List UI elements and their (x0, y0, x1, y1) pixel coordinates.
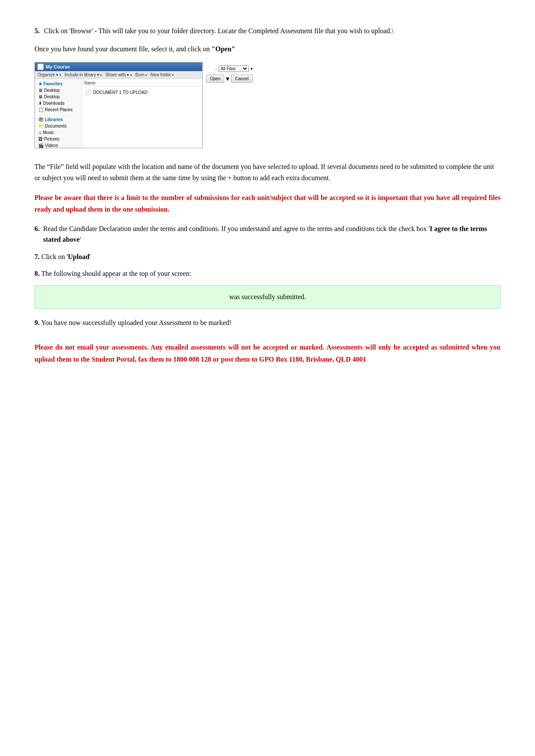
step-5-container: 5. Click on 'Browse' - This will take yo… (34, 26, 501, 36)
burn-btn[interactable]: Burn (135, 72, 147, 77)
sidebar-item-downloads[interactable]: ⬇ Downloads (37, 100, 80, 106)
dialog-title-icon: ⊞ (38, 64, 44, 70)
dialog-titlebar: ⊞ My Course (35, 62, 202, 71)
step-8-container: 8. The following should appear at the to… (34, 268, 501, 279)
dialog-title-text: My Course (46, 64, 70, 69)
dialog-right-panel: - All Files ▾ Open ▾ Cancel (203, 62, 256, 86)
pictures-icon: 🖼 (38, 137, 43, 141)
success-message: was successfully submitted. (229, 293, 306, 300)
include-library-menu[interactable]: Include in library ▾ (65, 72, 102, 77)
open-bold: "Open" (212, 45, 235, 53)
open-dropdown-arrow: ▾ (226, 75, 229, 83)
final-warning-text: Please do not email your assessments. An… (34, 344, 501, 363)
dialog-body: ★ Favorites 🖥 Desktop 🖥 Desktop ⬇ Downlo… (35, 79, 202, 148)
step-5-number: 5. (34, 26, 40, 36)
file-icon: 📄 (85, 89, 91, 95)
share-with-menu[interactable]: Share with ▾ (105, 72, 131, 77)
file-list-header: Name (84, 81, 200, 87)
step-6-container: 6. Read the Candidate Declaration under … (34, 223, 501, 245)
step-9-number: 9. (34, 319, 40, 326)
music-icon: ♫ (38, 130, 42, 135)
desktop-icon: 🖥 (38, 88, 43, 93)
organize-menu[interactable]: Organize ▾ (38, 72, 61, 77)
success-box: was successfully submitted. (34, 285, 501, 309)
libraries-label: 📚 Libraries (37, 116, 80, 123)
dialog-sidebar: ★ Favorites 🖥 Desktop 🖥 Desktop ⬇ Downlo… (35, 79, 82, 148)
once-text: Once you have found your document file, … (34, 44, 501, 54)
step-8-number: 8. (34, 270, 40, 277)
warning-1: Please be aware that there is a limit to… (34, 192, 501, 215)
final-warning: Please do not email your assessments. An… (34, 341, 501, 366)
upload-bold: Upload (68, 253, 90, 260)
step-9-container: 9. You have now successfully uploaded yo… (34, 317, 501, 328)
step-5-text: Click on 'Browse' - This will take you t… (44, 26, 394, 36)
step-7-text: Click on 'Upload' (41, 253, 91, 260)
sidebar-item-recent[interactable]: 📋 Recent Places (37, 106, 80, 113)
sidebar-desktop2-label: Desktop (44, 94, 60, 99)
sidebar-downloads-label: Downloads (43, 101, 64, 106)
step-8-text: The following should appear at the top o… (41, 270, 191, 277)
paragraph-1: The “File” field will populate with the … (34, 161, 501, 183)
sidebar-desktop-label: Desktop (44, 88, 60, 93)
file-item[interactable]: 📄 DOCUMENT 1 TO UPLOAD (84, 88, 200, 96)
file-item-name: DOCUMENT 1 TO UPLOAD (93, 90, 147, 95)
sidebar-item-videos[interactable]: 🎬 Videos (37, 142, 80, 149)
agree-bold: I agree to the terms stated above (43, 225, 487, 244)
sidebar-item-desktop2[interactable]: 🖥 Desktop (37, 94, 80, 100)
all-files-select[interactable]: All Files (219, 66, 249, 72)
cancel-button[interactable]: Cancel (231, 75, 252, 83)
file-dialog-container: ⊞ My Course Organize ▾ Include in librar… (34, 62, 501, 148)
new-folder-btn[interactable]: New folder (150, 72, 174, 77)
favorites-label: ★ Favorites (37, 81, 80, 87)
documents-icon: 📁 (38, 124, 44, 128)
open-button[interactable]: Open (206, 75, 224, 83)
sidebar-recent-label: Recent Places (45, 107, 72, 112)
file-dialog[interactable]: ⊞ My Course Organize ▾ Include in librar… (34, 62, 203, 148)
step-9-text: You have now successfully uploaded your … (41, 319, 231, 326)
sidebar-item-desktop[interactable]: 🖥 Desktop (37, 87, 80, 94)
sidebar-item-music[interactable]: ♫ Music (37, 129, 80, 136)
dialog-toolbar: Organize ▾ Include in library ▾ Share wi… (35, 71, 202, 79)
all-files-row: - All Files ▾ (215, 66, 252, 72)
step-7-number: 7. (34, 253, 40, 260)
desktop2-icon: 🖥 (38, 94, 43, 99)
warning-1-text: Please be aware that there is a limit to… (34, 194, 501, 213)
all-files-dash: - (215, 66, 216, 71)
step-7-container: 7. Click on 'Upload' (34, 251, 501, 262)
sidebar-pictures-label: Pictures (44, 137, 59, 141)
videos-icon: 🎬 (38, 143, 44, 148)
downloads-icon: ⬇ (38, 101, 42, 106)
open-cancel-row: Open ▾ Cancel (206, 75, 253, 83)
name-column-header: Name (84, 81, 96, 85)
step-6-number: 6. (34, 223, 40, 245)
all-files-arrow: ▾ (250, 66, 253, 71)
sidebar-item-pictures[interactable]: 🖼 Pictures (37, 136, 80, 142)
sidebar-music-label: Music (43, 130, 54, 135)
sidebar-videos-label: Videos (45, 143, 58, 148)
sidebar-item-documents[interactable]: 📁 Documents (37, 123, 80, 129)
once-text-content: Once you have found your document file, … (34, 45, 235, 53)
dialog-main: Name 📄 DOCUMENT 1 TO UPLOAD (82, 79, 202, 148)
step-6-text: Read the Candidate Declaration under the… (43, 223, 501, 245)
sidebar-documents-label: Documents (45, 124, 67, 128)
recent-icon: 📋 (38, 107, 44, 112)
paragraph-1-text: The “File” field will populate with the … (34, 163, 494, 181)
